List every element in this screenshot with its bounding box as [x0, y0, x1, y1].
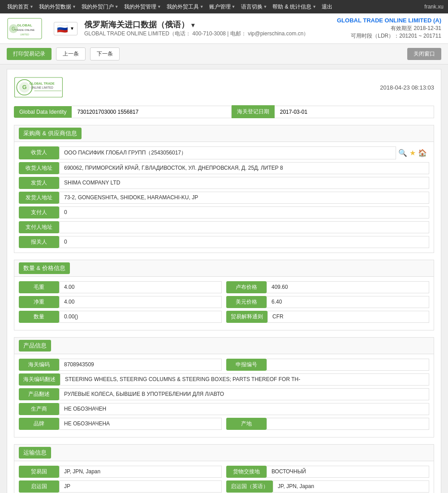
- brand-value: НЕ ОБОЗНАЧЕНА: [59, 418, 222, 430]
- payer-address-label: 支付人地址: [19, 221, 59, 233]
- handover-place-field: 货物交接地 ВОСТОЧНЫЙ: [226, 466, 429, 478]
- close-button-top[interactable]: 关闭窗口: [407, 48, 441, 60]
- customs-date-value: 2017-03-01: [275, 106, 434, 118]
- usd-price-label: 美元价格: [226, 296, 267, 308]
- handover-place-value: ВОСТОЧНЫЙ: [267, 466, 429, 478]
- star-action-icon[interactable]: ★: [409, 149, 416, 157]
- payer-label: 支付人: [19, 206, 59, 219]
- product-row-1: 海关编码 8708943509 申报编号: [19, 359, 429, 371]
- receiver-actions: 🔍 ★ 🏠: [396, 146, 429, 159]
- gross-weight-value: 4.00: [59, 281, 222, 293]
- quantity-price-section: 数量 & 价格信息 毛重 4.00 卢布价格 409.60 净重 4.00: [14, 260, 434, 330]
- net-weight-label: 净重: [19, 296, 59, 308]
- customs-date-label: 海关登记日期: [232, 105, 275, 118]
- nav-trade-data[interactable]: 我的外贸数据 ▼: [36, 0, 79, 13]
- nav-help[interactable]: 帮助 & 统计信息 ▼: [270, 0, 319, 13]
- receiver-label: 收货人: [19, 146, 59, 159]
- header-title-area: 俄罗斯海关进口数据（俄语） ▾ GLOBAL TRADE ONLINE LIMI…: [84, 19, 309, 38]
- product-info-body: 海关编码 8708943509 申报编号 海关编码翻述 STEERING WHE…: [14, 354, 434, 437]
- buyer-supplier-header: 采购商 & 供应商信息: [14, 125, 434, 142]
- field-row-customs-agent: 报关人 0: [19, 236, 429, 248]
- product-desc-value: РУЛЕВЫЕ КОЛЕСА, БЫВШИЕ В УПОТРЕБЛЕНИИ ДЛ…: [59, 388, 429, 400]
- identity-row: Global Data Identity 7301201703000 15568…: [14, 105, 434, 118]
- site-logo: GLOBAL TRADE ONLINE LIMITED G: [7, 17, 43, 40]
- nav-logout[interactable]: 退出: [319, 0, 335, 13]
- shipper-value: SHIMA COMPANY LTD: [59, 177, 429, 189]
- receiver-address-value: 690062, ПРИМОРСКИЙ КРАЙ, Г.ВЛАДИВОСТОК, …: [59, 162, 429, 174]
- buyer-supplier-body: 收货人 ООО ПАСИФИК ГЛОБАЛ ГРУПП（2543056017）…: [14, 142, 434, 253]
- identity-label: Global Data Identity: [14, 106, 72, 118]
- transport-info-section: 运输信息 贸易国 JP, JPN, Japan 货物交接地 ВОСТОЧНЫЙ …: [14, 444, 434, 493]
- transport-row-1: 贸易国 JP, JPN, Japan 货物交接地 ВОСТОЧНЫЙ: [19, 466, 429, 478]
- product-desc-label: 产品翻述: [19, 388, 59, 400]
- trade-terms-value: CFR: [267, 311, 429, 323]
- receiver-value: ООО ПАСИФИК ГЛОБАЛ ГРУПП（2543056017）: [59, 146, 396, 159]
- origin-label: 产地: [226, 418, 267, 430]
- payer-address-value: [59, 221, 429, 233]
- prev-button-top[interactable]: 上一条: [56, 47, 86, 60]
- dispatch-country-en-field: 启运国（英语） JP, JPN, Japan: [226, 480, 429, 493]
- company-name: GLOBAL TRADE ONLINE LIMITED (A): [337, 17, 441, 24]
- hs-desc-row: 海关编码翻述 STEERING WHEELS, STEERING COLUMNS…: [19, 373, 429, 386]
- nav-management[interactable]: 我的外贸管理 ▼: [121, 0, 164, 13]
- brand-row: 品牌 НЕ ОБОЗНАЧЕНА 产地: [19, 418, 429, 430]
- page-title: 俄罗斯海关进口数据（俄语） ▾: [84, 19, 309, 30]
- transport-row-2: 启运国 JP 启运国（英语） JP, JPN, Japan: [19, 480, 429, 493]
- hs-code-field: 海关编码 8708943509: [19, 359, 222, 371]
- field-row-payer-address: 支付人地址: [19, 221, 429, 233]
- nav-language[interactable]: 语言切换 ▼: [238, 0, 270, 13]
- trade-country-value: JP, JPN, Japan: [59, 466, 222, 478]
- logo-area: GLOBAL TRADE ONLINE LIMITED G: [7, 17, 43, 40]
- print-button-top[interactable]: 打印贸易记录: [7, 48, 52, 60]
- gross-weight-label: 毛重: [19, 281, 59, 293]
- buyer-supplier-title: 采购商 & 供应商信息: [19, 128, 82, 139]
- dispatch-country-label: 启运国: [19, 480, 59, 493]
- manufacturer-label: 生产商: [19, 403, 59, 415]
- quantity-price-body: 毛重 4.00 卢布价格 409.60 净重 4.00 美元价格 6.40: [14, 277, 434, 330]
- trade-terms-field: 贸易解释通则 CFR: [226, 311, 429, 323]
- language-flag-selector[interactable]: 🇷🇺 ▼: [54, 22, 78, 35]
- field-row-payer: 支付人 0: [19, 206, 429, 219]
- identity-value: 7301201703000 1556817: [72, 106, 231, 118]
- manufacturer-value: НЕ ОБОЗНАЧЕН: [59, 403, 429, 415]
- gross-weight-field: 毛重 4.00: [19, 281, 222, 293]
- product-info-header: 产品信息: [14, 338, 434, 354]
- top-toolbar: 打印贸易记录 上一条 下一条 关闭窗口: [0, 44, 448, 64]
- page-header: GLOBAL TRADE ONLINE LIMITED G 🇷🇺 ▼ 俄罗斯海关…: [0, 13, 448, 44]
- net-weight-field: 净重 4.00: [19, 296, 222, 308]
- payer-value: 0: [59, 206, 429, 219]
- hs-code-value: 8708943509: [59, 359, 222, 371]
- customs-agent-value: 0: [59, 236, 429, 248]
- nav-portal[interactable]: 我的外贸门户 ▼: [79, 0, 121, 13]
- nav-trade-data-arrow: ▼: [72, 4, 76, 9]
- declaration-no-label: 申报编号: [226, 359, 267, 371]
- nav-account[interactable]: 账户管理 ▼: [207, 0, 238, 13]
- dispatch-country-en-label: 启运国（英语）: [226, 480, 273, 493]
- transport-info-header: 运输信息: [14, 445, 434, 461]
- usd-price-field: 美元价格 6.40: [226, 296, 429, 308]
- qp-row-1: 毛重 4.00 卢布价格 409.60: [19, 281, 429, 293]
- field-row-receiver: 收货人 ООО ПАСИФИК ГЛОБАЛ ГРУПП（2543056017）…: [19, 146, 429, 159]
- svg-text:G: G: [12, 26, 15, 31]
- ldr-info: 可用时段（LDR）：201201 ~ 201711: [337, 32, 441, 40]
- svg-text:GLOBAL: GLOBAL: [17, 23, 32, 27]
- document-date: 2018-04-23 08:13:03: [380, 84, 434, 91]
- svg-text:G: G: [22, 84, 27, 90]
- svg-text:LIMITED: LIMITED: [20, 33, 29, 36]
- transport-info-body: 贸易国 JP, JPN, Japan 货物交接地 ВОСТОЧНЫЙ 启运国 J…: [14, 461, 434, 493]
- search-action-icon[interactable]: 🔍: [398, 149, 407, 157]
- next-button-top[interactable]: 下一条: [90, 47, 120, 60]
- trade-country-label: 贸易国: [19, 466, 59, 478]
- origin-value: [267, 418, 429, 430]
- home-action-icon[interactable]: 🏠: [418, 149, 427, 157]
- nav-language-arrow: ▼: [263, 4, 267, 9]
- expiry-info: 有效期至 2018-12-31: [337, 25, 441, 32]
- nav-tools[interactable]: 我的外贸工具 ▼: [164, 0, 207, 13]
- manufacturer-row: 生产商 НЕ ОБОЗНАЧЕН: [19, 403, 429, 415]
- nav-home[interactable]: 我的首页 ▼: [4, 0, 36, 13]
- quantity-price-header: 数量 & 价格信息: [14, 260, 434, 277]
- title-dropdown-icon[interactable]: ▾: [191, 21, 194, 29]
- document-header: G GLOBAL TRADE ONLINE LIMITED 2018-04-23…: [14, 76, 434, 99]
- ruble-price-field: 卢布价格 409.60: [226, 281, 429, 293]
- ruble-price-value: 409.60: [267, 281, 429, 293]
